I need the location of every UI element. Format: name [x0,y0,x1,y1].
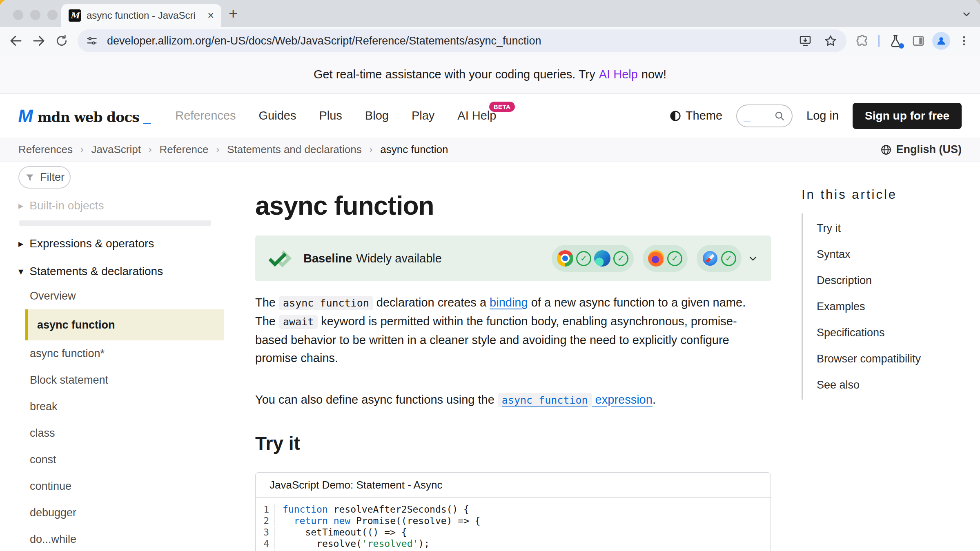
sidebar-item-block-statement[interactable]: Block statement [18,367,231,393]
code-line[interactable]: 2 return new Promise((resolve) => { [256,515,771,527]
baseline-chevron-down-icon[interactable] [747,253,759,264]
support-check-icon: ✓ [721,251,736,266]
toc-item-specifications[interactable]: Specifications [803,320,977,346]
reload-icon[interactable] [51,31,72,51]
site-settings-icon[interactable] [82,31,102,51]
breadcrumb-item-javascript[interactable]: JavaScript [91,143,141,156]
demo-code-editor[interactable]: 1function resolveAfter2Seconds() {2 retu… [256,498,771,551]
side-panel-icon[interactable] [908,31,929,51]
toc-item-browser-compatibility[interactable]: Browser compatibility [803,346,977,372]
locale-switcher[interactable]: English (US) [880,143,962,156]
toc-item-see-also[interactable]: See also [803,372,977,398]
safari-browser-icon [702,250,718,267]
tab-search-chevron-icon[interactable] [961,9,972,20]
sidebar-item-break[interactable]: break [18,393,231,420]
sidebar-item-overview[interactable]: Overview [18,283,231,309]
nav-item-blog[interactable]: Blog [365,109,389,122]
breadcrumb-item-statements-and-declarations[interactable]: Statements and declarations [227,143,362,156]
window-minimize-button[interactable] [30,10,40,20]
inline-link-expression[interactable]: expression [592,393,653,406]
mdn-logo[interactable]: M mdn web docs _ [18,106,151,126]
code-token [328,515,334,526]
code-content: return new Promise((resolve) => { [274,515,481,526]
extensions-puzzle-icon[interactable] [852,31,873,51]
nav-item-guides[interactable]: Guides [259,109,296,122]
funnel-icon [24,172,35,183]
toc: In this article Try itSyntaxDescriptionE… [802,162,977,400]
sidebar-item-label: Block statement [30,374,108,387]
tab-close-icon[interactable]: × [207,10,214,21]
sidebar-item-label: break [30,400,58,413]
sidebar-item-label: async function* [30,347,105,360]
window-close-button[interactable] [13,10,23,20]
code-line[interactable]: 4 resolve('resolved'); [256,538,771,549]
locale-label: English (US) [896,143,962,156]
browser-tab[interactable]: M async function - JavaScript | × [61,4,221,27]
nav-item-ai-help[interactable]: AI HelpBETA [457,109,496,122]
sidebar-item-async-function[interactable]: async function* [18,340,231,367]
sidebar-item-label: debugger [30,507,76,519]
code-line[interactable]: 1function resolveAfter2Seconds() { [256,504,771,515]
search-icon [774,110,785,122]
sidebar-item-continue[interactable]: continue [18,473,231,500]
nav-item-plus[interactable]: Plus [319,109,342,122]
code-line[interactable]: 5 }, 2000); [256,549,771,551]
forward-icon[interactable] [29,31,49,51]
toc-item-syntax[interactable]: Syntax [803,241,977,267]
filter-button[interactable]: Filter [18,166,71,189]
sidebar-item-async-function[interactable]: async function [25,309,224,340]
menu-dots-icon[interactable] [954,31,974,51]
sidebar-group-label: Statements & declarations [29,265,163,278]
inline-code-link-async-function[interactable]: async function [498,393,592,406]
firefox-browser-icon [648,250,664,267]
login-link[interactable]: Log in [806,109,839,122]
sidebar-group-expressions-operators[interactable]: ▶Expressions & operators [18,232,231,255]
window-zoom-button[interactable] [47,10,58,20]
signup-button[interactable]: Sign up for free [853,103,962,129]
experiment-beaker-icon[interactable] [885,31,906,51]
code-line[interactable]: 3 setTimeout(() => { [256,527,771,538]
profile-avatar[interactable] [931,31,951,51]
install-app-icon[interactable] [795,31,815,51]
baseline-banner[interactable]: Baseline Widely available ✓✓✓✓ [255,236,771,281]
back-icon[interactable] [6,31,26,51]
url-text[interactable]: developer.allizom.org/en-US/docs/Web/Jav… [107,35,790,47]
bookmark-star-icon[interactable] [820,31,841,51]
scroll-fade-ghost [19,220,211,226]
theme-toggle[interactable]: Theme [669,109,722,122]
sidebar-item-do-while[interactable]: do...while [18,526,231,551]
code-token: return [294,515,328,526]
nav-item-references[interactable]: References [175,109,236,122]
toc-item-examples[interactable]: Examples [803,293,977,320]
code-token: 'resolved' [362,538,418,549]
filter-label: Filter [40,171,65,184]
browser-support-pill: ✓ [643,245,688,272]
breadcrumb-item-references[interactable]: References [18,143,73,156]
breadcrumb-item-reference[interactable]: Reference [160,143,209,156]
breadcrumb-items: References›JavaScript›Reference›Statemen… [18,143,448,156]
ai-help-link[interactable]: AI Help [599,68,638,81]
inline-link-binding[interactable]: binding [490,296,528,309]
sidebar-item-const[interactable]: const [18,447,231,473]
sidebar-item-class[interactable]: class [18,420,231,447]
nav-item-play[interactable]: Play [412,109,434,122]
globe-icon [880,144,892,156]
tab-strip: M async function - JavaScript | × + [0,0,980,27]
content: Filter ▶Built-in objects▶Expressions & o… [0,162,980,551]
new-tab-button[interactable]: + [229,6,238,21]
nav-item-label: Guides [259,109,296,122]
interactive-demo: JavaScript Demo: Statement - Async 1func… [255,472,771,551]
site-header: M mdn web docs _ ReferencesGuidesPlusBlo… [0,94,980,138]
toc-list: Try itSyntaxDescriptionExamplesSpecifica… [802,213,977,400]
breadcrumb-item-async-function[interactable]: async function [380,143,448,156]
sidebar-item-debugger[interactable]: debugger [18,500,231,526]
toc-item-description[interactable]: Description [803,267,977,293]
search-input[interactable]: _ [736,104,793,127]
sidebar-group-statements-declarations[interactable]: ▼Statements & declarations [18,260,231,283]
browser-toolbar: developer.allizom.org/en-US/docs/Web/Jav… [0,27,980,55]
toc-item-try-it[interactable]: Try it [803,215,977,241]
breadcrumb-separator: › [369,144,373,156]
sidebar-group-built-in-objects[interactable]: ▶Built-in objects [18,194,231,217]
promo-banner: Get real-time assistance with your codin… [0,55,980,94]
url-bar[interactable]: developer.allizom.org/en-US/docs/Web/Jav… [78,29,846,52]
